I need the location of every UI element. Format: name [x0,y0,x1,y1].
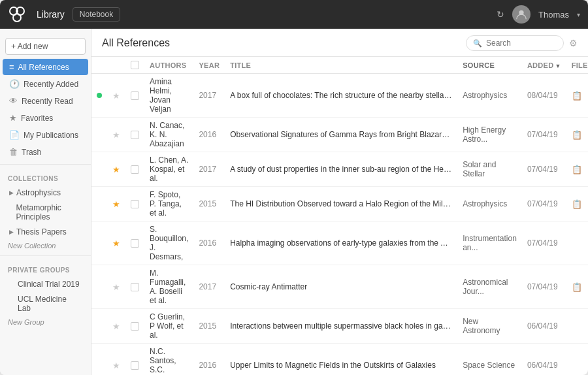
sidebar-item-my-publications[interactable]: 📄 My Publications [3,127,88,143]
row-star-cell[interactable]: ★ [107,152,125,187]
row-title[interactable]: Cosmic-ray Antimatter [225,265,457,309]
row-star-cell[interactable]: ★ [107,344,125,376]
row-star-cell[interactable]: ★ [107,221,125,265]
row-checkbox-cell [125,187,144,221]
row-title[interactable]: The HI Distribution Observed toward a Ha… [225,187,457,221]
row-star-cell[interactable]: ★ [107,187,125,221]
row-checkbox[interactable] [131,239,139,248]
sidebar-item-trash[interactable]: 🗑 Trash [3,144,88,160]
row-dot-cell [91,118,107,152]
new-group-link[interactable]: New Group [0,316,91,328]
row-dot-cell [91,265,107,309]
row-authors: M. Fumagalli, A. Boselli et al. [144,265,193,309]
table-row: ★S. Bouquillon, J. Desmars,2016Halpha im… [91,221,588,265]
row-authors: N. Canac, K. N. Abazajian [144,118,193,152]
row-added: 06/04/19 [522,344,566,376]
row-checkbox[interactable] [131,283,139,291]
star-toggle[interactable]: ★ [112,165,120,174]
row-checkbox[interactable] [131,165,139,174]
expand-icon: ▶ [9,189,14,196]
row-file-cell [566,344,588,376]
select-all-checkbox[interactable] [131,61,139,69]
row-title[interactable]: Observational Signatures of Gamma Rays f… [225,118,457,152]
row-checkbox[interactable] [131,131,139,139]
filter-icon[interactable]: ⚙ [569,38,578,48]
user-menu-chevron[interactable]: ▾ [577,11,580,18]
trash-icon: 🗑 [9,147,18,157]
file-icon[interactable]: 📋 [572,130,582,140]
row-title[interactable]: Interactions between multiple supermassi… [225,309,457,344]
row-dot-cell [91,187,107,221]
username-label[interactable]: Thomas [538,10,569,20]
sidebar-item-astrophysics[interactable]: ▶ Astrophysics [3,186,88,200]
row-checkbox-cell [125,309,144,344]
row-star-cell[interactable]: ★ [107,265,125,309]
all-references-icon: ≡ [9,62,14,72]
row-checkbox-cell [125,152,144,187]
row-added: 07/04/19 [522,221,566,265]
title-text: Observational Signatures of Gamma Rays f… [230,130,452,139]
table-row: ★N.C. Santos, S.C. Barros,2016Upper Limi… [91,344,588,376]
col-header-year[interactable]: YEAR [193,57,225,74]
sidebar-item-thesis-papers[interactable]: ▶ Thesis Papers [3,225,88,239]
row-checkbox[interactable] [131,91,139,100]
sidebar-item-recently-added[interactable]: 🕐 Recently Added [3,76,88,92]
row-checkbox-cell [125,344,144,376]
row-star-cell[interactable]: ★ [107,74,125,118]
title-text: A box full of chocolates: The rich struc… [230,91,452,100]
add-new-button[interactable]: + Add new [5,38,86,55]
col-header-title[interactable]: TITLE [225,57,457,74]
sidebar: + Add new ≡ All References 🕐 Recently Ad… [0,29,91,375]
table-body: ★Amina Helmi, Jovan Veljan2017A box full… [91,74,588,376]
star-toggle[interactable]: ★ [112,199,120,209]
refresh-icon[interactable]: ↻ [497,9,504,20]
notebook-button[interactable]: Notebook [73,7,120,22]
row-checkbox-cell [125,74,144,118]
row-year: 2015 [193,187,225,221]
sidebar-item-metamorphic-principles[interactable]: Metamorphic Principles [3,201,88,224]
row-file-cell: 📋 [566,118,588,152]
file-icon[interactable]: 📋 [572,199,582,209]
col-header-added[interactable]: ADDED▼ [522,57,566,74]
star-toggle[interactable]: ★ [112,282,120,292]
row-title[interactable]: A box full of chocolates: The rich struc… [225,74,457,118]
sort-arrow-added: ▼ [555,63,561,69]
star-toggle[interactable]: ★ [112,238,120,248]
file-icon[interactable]: 📋 [572,91,582,101]
sidebar-item-favorites[interactable]: ★ Favorites [3,110,88,126]
row-source: Astrophysics [457,187,522,221]
table-row: ★M. Fumagalli, A. Boselli et al.2017Cosm… [91,265,588,309]
file-icon[interactable]: 📋 [572,165,582,174]
star-toggle[interactable]: ★ [112,361,120,370]
row-star-cell[interactable]: ★ [107,118,125,152]
col-header-dot [91,57,107,74]
references-table: AUTHORS YEAR TITLE SOURCE ADDED▼ FILE ★A… [91,57,588,375]
col-header-file: FILE [566,57,588,74]
row-title[interactable]: Halpha imaging observations of early-typ… [225,221,457,265]
file-icon[interactable]: 📋 [572,282,582,292]
sidebar-item-label: Trash [22,148,41,157]
new-collection-link[interactable]: New Collection [0,240,91,252]
row-checkbox[interactable] [131,322,139,331]
row-source: Astronomical Jour... [457,265,522,309]
row-checkbox[interactable] [131,200,139,208]
row-star-cell[interactable]: ★ [107,309,125,344]
search-input[interactable] [486,39,551,48]
col-header-source[interactable]: SOURCE [457,57,522,74]
row-checkbox[interactable] [131,361,139,370]
star-toggle[interactable]: ★ [112,130,120,140]
sidebar-item-recently-read[interactable]: 👁 Recently Read [3,93,88,109]
row-checkbox-cell [125,221,144,265]
sidebar-item-clinical-trial[interactable]: Clinical Trial 2019 [3,277,88,291]
row-added: 08/04/19 [522,74,566,118]
row-file-cell [566,309,588,344]
sidebar-item-ucl-medicine[interactable]: UCL Medicine Lab [3,292,88,316]
title-text: The HI Distribution Observed toward a Ha… [230,199,452,208]
star-toggle[interactable]: ★ [112,91,120,101]
row-title[interactable]: A study of dust properties in the inner … [225,152,457,187]
row-dot-cell [91,344,107,376]
row-title[interactable]: Upper Limits to Magnetic Fields in the O… [225,344,457,376]
star-toggle[interactable]: ★ [112,321,120,331]
col-header-authors[interactable]: AUTHORS [144,57,193,74]
sidebar-item-all-references[interactable]: ≡ All References [3,59,88,75]
